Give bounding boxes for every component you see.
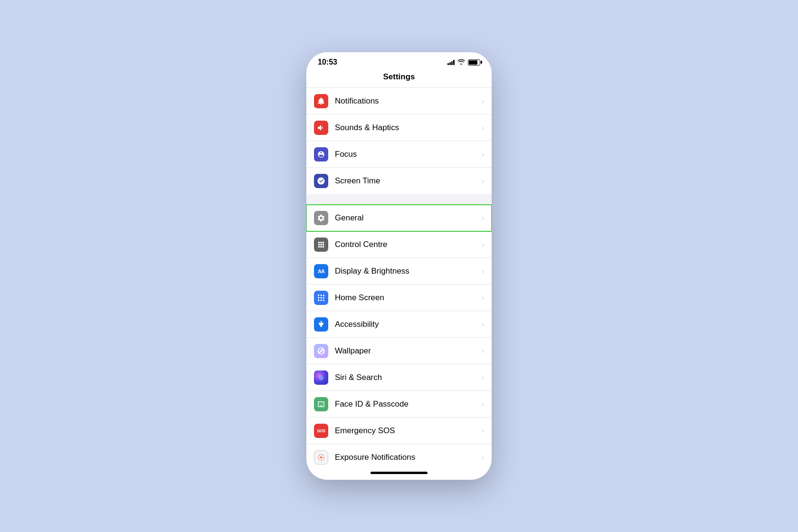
svg-point-27 xyxy=(323,459,323,460)
wallpaper-chevron: › xyxy=(482,347,484,355)
wallpaper-label: Wallpaper xyxy=(335,346,482,356)
home-screen-icon xyxy=(314,291,328,305)
svg-point-4 xyxy=(320,244,322,246)
emergency-label: Emergency SOS xyxy=(335,426,482,436)
svg-point-8 xyxy=(323,246,324,247)
svg-point-19 xyxy=(320,456,323,458)
home-indicator xyxy=(370,472,428,474)
status-bar: 10:53 xyxy=(306,52,492,69)
siri-icon xyxy=(314,370,328,385)
svg-rect-9 xyxy=(318,294,319,296)
display-chevron: › xyxy=(482,267,484,275)
svg-rect-15 xyxy=(318,299,319,301)
notifications-label: Notifications xyxy=(335,96,482,106)
settings-item-emergency[interactable]: SOS Emergency SOS › xyxy=(306,418,492,444)
emergency-icon: SOS xyxy=(314,424,328,438)
settings-item-focus[interactable]: Focus › xyxy=(306,141,492,168)
battery-icon xyxy=(468,59,480,66)
settings-item-wallpaper[interactable]: Wallpaper › xyxy=(306,338,492,364)
wallpaper-icon xyxy=(314,344,328,358)
general-label: General xyxy=(335,213,482,223)
display-label: Display & Brightness xyxy=(335,266,482,276)
exposure-icon xyxy=(314,450,328,465)
sounds-icon xyxy=(314,121,328,135)
settings-group-1: Notifications › Sounds & Haptics › xyxy=(306,88,492,194)
sounds-chevron: › xyxy=(482,124,484,132)
svg-rect-13 xyxy=(321,297,322,298)
screen-time-icon xyxy=(314,174,328,188)
accessibility-label: Accessibility xyxy=(335,320,482,329)
settings-item-sounds[interactable]: Sounds & Haptics › xyxy=(306,114,492,141)
settings-item-siri[interactable]: Siri & Search › xyxy=(306,364,492,391)
svg-rect-16 xyxy=(321,299,322,301)
signal-icon xyxy=(447,59,455,65)
settings-item-general[interactable]: General › xyxy=(306,205,492,231)
emergency-chevron: › xyxy=(482,427,484,435)
svg-rect-10 xyxy=(321,294,322,296)
svg-point-24 xyxy=(319,455,320,456)
settings-item-screen-time[interactable]: Screen Time › xyxy=(306,168,492,194)
focus-label: Focus xyxy=(335,150,482,159)
svg-point-5 xyxy=(323,244,324,246)
settings-item-notifications[interactable]: Notifications › xyxy=(306,88,492,114)
siri-chevron: › xyxy=(482,374,484,381)
siri-label: Siri & Search xyxy=(335,373,482,382)
notifications-chevron: › xyxy=(482,97,484,105)
page-title-bar: Settings xyxy=(306,69,492,88)
face-id-icon xyxy=(314,397,328,411)
settings-item-control-centre[interactable]: Control Centre › xyxy=(306,231,492,258)
screen-time-label: Screen Time xyxy=(335,176,482,186)
display-icon: AA xyxy=(314,264,328,278)
svg-rect-17 xyxy=(323,299,324,301)
home-screen-label: Home Screen xyxy=(335,293,482,303)
svg-point-18 xyxy=(321,321,322,322)
wifi-icon xyxy=(457,59,465,66)
focus-icon xyxy=(314,147,328,162)
svg-point-23 xyxy=(323,456,324,457)
settings-item-face-id[interactable]: Face ID & Passcode › xyxy=(306,391,492,418)
home-bar xyxy=(306,468,492,480)
svg-point-20 xyxy=(321,454,322,455)
status-icons xyxy=(447,59,480,66)
accessibility-icon xyxy=(314,317,328,332)
settings-item-exposure[interactable]: Exposure Notifications › xyxy=(306,444,492,468)
svg-point-6 xyxy=(318,246,320,247)
svg-point-3 xyxy=(318,244,320,246)
notifications-icon xyxy=(314,94,328,108)
svg-point-22 xyxy=(318,456,319,457)
settings-item-home-screen[interactable]: Home Screen › xyxy=(306,285,492,311)
control-centre-icon xyxy=(314,238,328,252)
control-centre-label: Control Centre xyxy=(335,240,482,249)
focus-chevron: › xyxy=(482,151,484,158)
exposure-label: Exposure Notifications xyxy=(335,453,482,462)
status-time: 10:53 xyxy=(318,58,337,66)
accessibility-chevron: › xyxy=(482,321,484,328)
page-title: Settings xyxy=(306,72,492,82)
svg-point-25 xyxy=(323,455,323,456)
general-icon xyxy=(314,211,328,225)
svg-point-1 xyxy=(320,241,322,243)
svg-point-21 xyxy=(321,459,322,460)
settings-list[interactable]: Notifications › Sounds & Haptics › xyxy=(306,88,492,468)
svg-rect-14 xyxy=(323,297,324,298)
home-screen-chevron: › xyxy=(482,294,484,302)
control-centre-chevron: › xyxy=(482,241,484,248)
exposure-chevron: › xyxy=(482,454,484,461)
svg-point-2 xyxy=(323,241,324,243)
face-id-chevron: › xyxy=(482,400,484,408)
screen-time-chevron: › xyxy=(482,177,484,185)
face-id-label: Face ID & Passcode xyxy=(335,399,482,409)
phone-frame: 10:53 Settings xyxy=(306,52,492,480)
svg-rect-11 xyxy=(323,294,324,296)
group-gap-1 xyxy=(306,194,492,205)
svg-point-26 xyxy=(319,459,320,460)
general-chevron: › xyxy=(482,214,484,222)
settings-group-2: General › Co xyxy=(306,205,492,468)
settings-item-accessibility[interactable]: Accessibility › xyxy=(306,311,492,338)
svg-point-0 xyxy=(318,241,320,243)
settings-item-display[interactable]: AA Display & Brightness › xyxy=(306,258,492,285)
svg-rect-12 xyxy=(318,297,319,298)
svg-point-7 xyxy=(320,246,322,247)
sounds-label: Sounds & Haptics xyxy=(335,123,482,133)
